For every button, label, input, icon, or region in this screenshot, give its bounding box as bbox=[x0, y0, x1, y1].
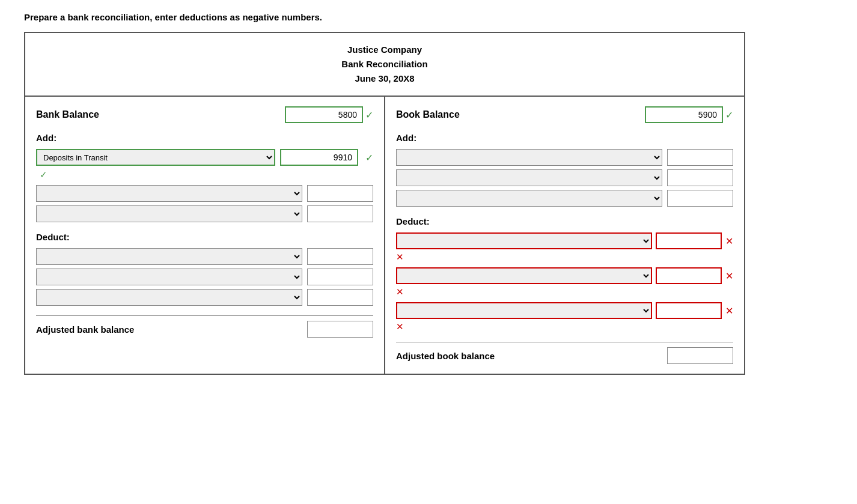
bank-add-check-icon-1: ✓ bbox=[365, 152, 373, 163]
book-add-row-1 bbox=[396, 149, 733, 166]
book-add-dropdown-3[interactable] bbox=[396, 190, 662, 207]
book-deduct-dropdown-3[interactable] bbox=[396, 302, 652, 319]
book-deduct-dropdown-1[interactable] bbox=[396, 232, 652, 249]
book-balance-input-group: ✓ bbox=[645, 106, 733, 123]
bank-balance-input[interactable] bbox=[285, 106, 363, 123]
book-column: Book Balance ✓ Add: bbox=[385, 97, 744, 374]
bank-add-dropdown-3[interactable] bbox=[36, 205, 302, 222]
book-balance-header: Book Balance ✓ bbox=[396, 106, 733, 123]
book-deduct-row-2-inputs: ✕ bbox=[396, 267, 733, 284]
bank-add-dropdown-2[interactable] bbox=[36, 185, 302, 202]
bank-column: Bank Balance ✓ Add: Deposits in Transit bbox=[25, 97, 385, 374]
bank-add-row-3 bbox=[36, 205, 373, 222]
book-deduct-row-1: ✕ ✕ bbox=[396, 232, 733, 263]
bank-add-amount-2[interactable] bbox=[307, 185, 373, 202]
instructions-text: Prepare a bank reconciliation, enter ded… bbox=[24, 12, 833, 22]
bank-balance-check-icon: ✓ bbox=[365, 109, 373, 121]
bank-deduct-amount-1[interactable] bbox=[307, 248, 373, 265]
bank-deduct-row-1 bbox=[36, 248, 373, 265]
recon-body: Bank Balance ✓ Add: Deposits in Transit bbox=[25, 97, 744, 374]
book-add-label: Add: bbox=[396, 133, 733, 143]
bank-add-section: Add: Deposits in Transit ✓ ✓ bbox=[36, 133, 373, 222]
book-deduct-amount-2[interactable] bbox=[656, 267, 722, 284]
bank-deduct-amount-3[interactable] bbox=[307, 289, 373, 306]
bank-deduct-row-3 bbox=[36, 289, 373, 306]
bank-add-row1-valid-icon: ✓ bbox=[40, 169, 47, 180]
book-deduct-cross-icon-1: ✕ bbox=[396, 252, 733, 263]
bank-add-row-2 bbox=[36, 185, 373, 202]
book-add-row-2 bbox=[396, 169, 733, 186]
book-deduct-cross-icon-3: ✕ bbox=[396, 321, 733, 332]
book-add-amount-2[interactable] bbox=[667, 169, 733, 186]
book-add-amount-3[interactable] bbox=[667, 190, 733, 207]
book-add-section: Add: bbox=[396, 133, 733, 207]
bank-add-amount-3[interactable] bbox=[307, 205, 373, 222]
book-deduct-cross-icon-amount-2: ✕ bbox=[725, 270, 733, 282]
bank-deduct-amount-2[interactable] bbox=[307, 269, 373, 285]
book-deduct-cross-icon-amount-1: ✕ bbox=[725, 235, 733, 247]
book-balance-input[interactable] bbox=[645, 106, 723, 123]
book-add-dropdown-1[interactable] bbox=[396, 149, 662, 166]
book-deduct-cross-icon-amount-3: ✕ bbox=[725, 305, 733, 317]
bank-deduct-dropdown-3[interactable] bbox=[36, 289, 302, 306]
bank-add-label: Add: bbox=[36, 133, 373, 143]
bank-deduct-section: Deduct: bbox=[36, 232, 373, 306]
bank-add-row-1-inputs: Deposits in Transit ✓ bbox=[36, 149, 373, 166]
recon-title: Bank Reconciliation bbox=[35, 57, 734, 71]
book-add-dropdown-2[interactable] bbox=[396, 169, 662, 186]
book-deduct-row-3: ✕ ✕ bbox=[396, 302, 733, 332]
book-balance-check-icon: ✓ bbox=[725, 109, 733, 121]
adjusted-book-input[interactable] bbox=[667, 347, 733, 364]
book-deduct-dropdown-2[interactable] bbox=[396, 267, 652, 284]
adjusted-bank-input[interactable] bbox=[307, 321, 373, 338]
reconciliation-form: Justice Company Bank Reconciliation June… bbox=[24, 32, 745, 375]
book-deduct-label: Deduct: bbox=[396, 216, 733, 226]
book-deduct-row-3-inputs: ✕ bbox=[396, 302, 733, 319]
bank-add-dropdown-1[interactable]: Deposits in Transit bbox=[36, 149, 275, 166]
bank-balance-title: Bank Balance bbox=[36, 109, 99, 120]
book-deduct-amount-3[interactable] bbox=[656, 302, 722, 319]
book-deduct-row-2: ✕ ✕ bbox=[396, 267, 733, 297]
bank-deduct-label: Deduct: bbox=[36, 232, 373, 242]
adjusted-bank-row: Adjusted bank balance bbox=[36, 315, 373, 338]
bank-add-amount-1[interactable] bbox=[280, 149, 358, 166]
adjusted-book-row: Adjusted book balance bbox=[396, 342, 733, 364]
recon-date: June 30, 20X8 bbox=[35, 71, 734, 86]
book-add-amount-1[interactable] bbox=[667, 149, 733, 166]
book-deduct-amount-1[interactable] bbox=[656, 232, 722, 249]
company-name: Justice Company bbox=[35, 43, 734, 57]
book-add-row-3 bbox=[396, 190, 733, 207]
book-balance-title: Book Balance bbox=[396, 109, 460, 120]
adjusted-bank-label: Adjusted bank balance bbox=[36, 324, 134, 335]
adjusted-book-label: Adjusted book balance bbox=[396, 351, 495, 361]
bank-deduct-row-2 bbox=[36, 269, 373, 285]
bank-balance-input-group: ✓ bbox=[285, 106, 373, 123]
bank-deduct-dropdown-2[interactable] bbox=[36, 269, 302, 285]
book-deduct-row-1-inputs: ✕ bbox=[396, 232, 733, 249]
bank-add-row-1: Deposits in Transit ✓ ✓ bbox=[36, 149, 373, 180]
book-deduct-cross-icon-2: ✕ bbox=[396, 287, 733, 297]
book-deduct-section: Deduct: ✕ ✕ bbox=[396, 216, 733, 332]
bank-balance-header: Bank Balance ✓ bbox=[36, 106, 373, 123]
recon-header: Justice Company Bank Reconciliation June… bbox=[25, 33, 744, 97]
bank-deduct-dropdown-1[interactable] bbox=[36, 248, 302, 265]
